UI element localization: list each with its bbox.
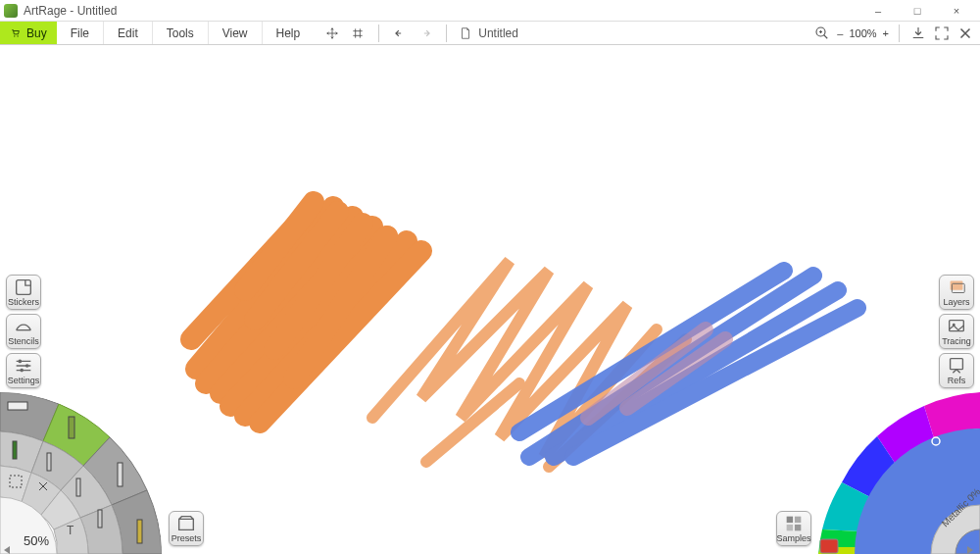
stencils-icon [13,318,34,335]
svg-rect-14 [787,525,793,530]
presets-label: Presets [172,533,202,543]
tool-picker-wheel[interactable]: T 50% [0,382,172,554]
svg-rect-3 [17,280,31,295]
fullscreen-icon[interactable] [933,25,951,42]
presets-button[interactable]: Presets [169,511,204,546]
svg-rect-27 [820,539,838,553]
grid-icon[interactable] [349,25,367,42]
svg-rect-9 [950,321,964,331]
tracing-label: Tracing [942,336,971,346]
undo-button[interactable] [391,25,409,42]
svg-rect-18 [118,463,122,486]
redo-button[interactable] [416,25,434,42]
presets-icon [175,515,197,532]
svg-point-1 [17,35,18,36]
svg-point-0 [14,35,15,36]
svg-point-6 [20,369,24,373]
settings-icon [13,357,34,375]
divider [899,25,900,42]
window-title: ArtRage - Untitled [24,4,117,18]
samples-button[interactable]: Samples [776,511,811,546]
svg-rect-21 [47,453,51,471]
svg-rect-23 [98,510,102,528]
buy-button[interactable]: Buy [0,22,57,44]
stickers-label: Stickers [8,297,39,307]
move-tool-icon[interactable] [323,25,341,42]
svg-rect-11 [951,359,963,370]
minimize-button[interactable]: – [858,1,898,21]
download-icon[interactable] [909,25,927,42]
app-icon [4,4,18,18]
document-label: Untitled [478,26,518,40]
buy-label: Buy [26,26,47,40]
stickers-icon [13,278,34,296]
zoom-tool-icon[interactable] [813,25,831,42]
svg-point-5 [25,364,29,368]
menubar: Buy File Edit Tools View Help Untitled –… [0,22,980,45]
svg-rect-19 [137,520,142,543]
panel-close-icon[interactable] [956,25,974,42]
close-button[interactable]: × [937,1,976,21]
svg-rect-15 [795,525,801,530]
layers-label: Layers [943,297,969,307]
titlebar: ArtRage - Untitled – □ × [0,0,980,22]
color-picker-wheel[interactable]: Metallic 0% [808,382,980,554]
svg-point-4 [19,360,23,364]
menu-edit[interactable]: Edit [104,22,153,44]
svg-text:T: T [67,524,74,537]
samples-label: Samples [777,533,811,543]
samples-icon [783,515,805,532]
cart-icon [10,28,22,38]
tool-size-label: 50% [24,533,49,548]
tracing-icon [946,318,967,335]
stickers-button[interactable]: Stickers [6,275,41,310]
svg-rect-16 [8,402,27,410]
menu-view[interactable]: View [209,22,263,44]
stencils-label: Stencils [8,336,39,346]
layers-button[interactable]: Layers [939,275,974,310]
refs-icon [946,357,967,375]
menu-file[interactable]: File [57,22,104,44]
document-tab[interactable]: Untitled [459,26,518,40]
svg-rect-12 [787,517,793,523]
layers-icon [946,278,967,296]
menu-tools[interactable]: Tools [153,22,209,44]
stencils-button[interactable]: Stencils [6,314,41,349]
divider [378,25,379,42]
menu-help[interactable]: Help [263,22,315,44]
svg-rect-20 [13,441,17,459]
svg-rect-22 [76,478,80,496]
divider [446,25,447,42]
svg-rect-17 [69,417,74,438]
document-icon [459,26,472,40]
maximize-button[interactable]: □ [898,1,937,21]
zoom-out-button[interactable]: – [837,27,843,39]
svg-rect-13 [795,517,801,523]
zoom-in-button[interactable]: + [883,27,889,39]
zoom-level[interactable]: 100% [849,27,876,39]
tracing-button[interactable]: Tracing [939,314,974,349]
